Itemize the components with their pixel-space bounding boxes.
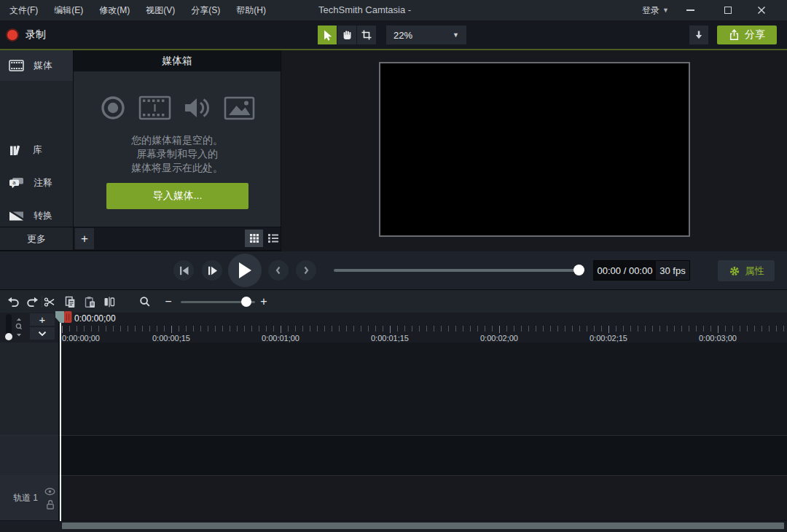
track-lock-icon[interactable] (46, 499, 55, 510)
list-view-button[interactable] (264, 230, 282, 247)
playhead-line[interactable] (60, 323, 61, 521)
undo-icon (7, 296, 20, 308)
empty-text-line: 您的媒体箱是空的。 (74, 133, 281, 147)
scissors-icon (44, 297, 55, 308)
ruler-label: 0:00:00;00 (62, 334, 100, 343)
record-icon (6, 28, 19, 42)
media-bin-title: 媒体箱 (74, 50, 281, 71)
minimize-icon (686, 9, 694, 11)
undo-button[interactable] (4, 290, 23, 313)
menu-file[interactable]: 文件(F) (1, 4, 46, 17)
crop-tool-button[interactable] (357, 26, 376, 44)
close-icon (757, 6, 766, 15)
chevron-right-icon (301, 265, 311, 276)
menu-view[interactable]: 视图(V) (138, 4, 183, 17)
list-view-icon (267, 233, 279, 243)
crop-icon (361, 29, 372, 41)
tools-sidebar: 媒体 库 a 注释 转换 (0, 50, 73, 227)
share-icon (729, 29, 740, 41)
current-time-value: 00:00 / 00:00 (594, 261, 656, 280)
cursor-tool-button[interactable] (318, 26, 337, 44)
menu-edit[interactable]: 编辑(E) (46, 4, 91, 17)
ruler-ticks (62, 326, 787, 334)
jump-back-button[interactable] (268, 260, 289, 281)
ruler-label: 0:00:01;15 (371, 334, 409, 343)
play-button[interactable] (228, 254, 262, 287)
sidebar-item-label: 转换 (34, 209, 52, 222)
chevron-down-icon: ▼ (662, 7, 669, 14)
zoom-out-button[interactable]: − (159, 290, 178, 313)
timeline-horizontal-scrollbar[interactable] (62, 523, 784, 529)
playhead-time-readout: 0:00:00;00 (74, 313, 116, 324)
playhead-marker[interactable] (55, 310, 73, 324)
sidebar-more-button[interactable]: 更多 (0, 227, 73, 250)
menu-help[interactable]: 帮助(H) (228, 4, 274, 17)
playback-controls: 00:00 / 00:00 30 fps 属性 (0, 251, 787, 289)
sidebar-item-transitions[interactable]: 转换 (0, 203, 73, 229)
collapse-tracks-button[interactable] (30, 327, 55, 340)
timeline-zoom-button[interactable] (136, 290, 154, 313)
timeline-zoom-thumb[interactable] (241, 297, 251, 307)
sidebar-item-label: 库 (33, 144, 42, 157)
import-media-button[interactable]: 导入媒体... (106, 183, 248, 209)
split-button[interactable] (100, 290, 119, 313)
minimize-button[interactable] (675, 0, 705, 20)
record-button[interactable]: 录制 (6, 23, 46, 47)
record-label: 录制 (26, 28, 46, 42)
download-button[interactable] (689, 26, 708, 44)
ruler-label: 0:00:03;00 (699, 334, 737, 343)
add-tab-button[interactable]: + (75, 228, 94, 249)
track-1-content[interactable] (58, 476, 787, 520)
media-bin-empty-text: 您的媒体箱是空的。 屏幕录制和导入的 媒体将显示在此处。 (74, 133, 281, 175)
sign-in-button[interactable]: 登录 ▼ (642, 0, 669, 20)
timeline-empty-area[interactable] (58, 343, 787, 435)
sidebar-item-label: 注释 (34, 176, 52, 189)
canvas-zoom-dropdown[interactable]: 22% ▼ (386, 26, 466, 44)
copy-icon (64, 296, 76, 308)
redo-button[interactable] (23, 290, 42, 313)
sidebar-item-label: 媒体 (34, 59, 52, 72)
callout-icon: a (9, 177, 24, 189)
grid-view-icon (249, 233, 259, 243)
seek-slider-thumb[interactable] (573, 265, 584, 275)
share-button[interactable]: 分享 (717, 26, 777, 44)
maximize-button[interactable] (713, 0, 743, 20)
add-track-button[interactable]: + (30, 313, 55, 326)
timeline-toolbar: − + (0, 289, 787, 313)
track-1-header[interactable]: 轨道 1 (0, 476, 58, 520)
track-visibility-icon[interactable] (44, 488, 55, 496)
menu-modify[interactable]: 修改(M) (91, 4, 138, 17)
sidebar-item-library[interactable]: 库 (0, 137, 73, 163)
magnifier-icon (139, 296, 151, 308)
play-icon (237, 262, 253, 279)
timeline-ruler[interactable]: 0:00:00;00 0:00:00;00 0:00:00;15 0:00:01… (58, 313, 787, 343)
paste-button[interactable] (80, 290, 99, 313)
jump-forward-button[interactable] (296, 260, 316, 281)
track-height-thumb[interactable] (5, 333, 12, 340)
image-media-icon (224, 96, 255, 120)
menu-share[interactable]: 分享(S) (183, 4, 228, 17)
sidebar-item-annotations[interactable]: a 注释 (0, 170, 73, 196)
download-icon (694, 30, 704, 41)
step-forward-button[interactable] (202, 260, 222, 281)
zoom-in-button[interactable]: + (254, 290, 273, 313)
properties-button[interactable]: 属性 (718, 260, 775, 281)
media-bin-empty-icons (74, 94, 281, 122)
timeline-row-divider (0, 475, 787, 476)
timeline-gutter (0, 436, 58, 475)
time-display: 00:00 / 00:00 30 fps (593, 260, 690, 281)
previous-frame-button[interactable] (173, 260, 194, 281)
grid-view-button[interactable] (245, 230, 263, 247)
chevron-down-icon: ▼ (453, 31, 459, 39)
timeline-drop-area[interactable] (58, 436, 787, 475)
video-preview[interactable] (379, 62, 690, 237)
previous-frame-icon (179, 266, 189, 275)
vertical-zoom-icon[interactable] (15, 318, 23, 337)
pan-tool-button[interactable] (337, 26, 356, 44)
sidebar-item-media[interactable]: 媒体 (0, 52, 73, 79)
panel-divider (73, 50, 74, 250)
books-icon (9, 144, 23, 157)
canvas-stage (281, 50, 787, 251)
close-button[interactable] (746, 0, 777, 20)
seek-slider[interactable] (334, 269, 582, 272)
